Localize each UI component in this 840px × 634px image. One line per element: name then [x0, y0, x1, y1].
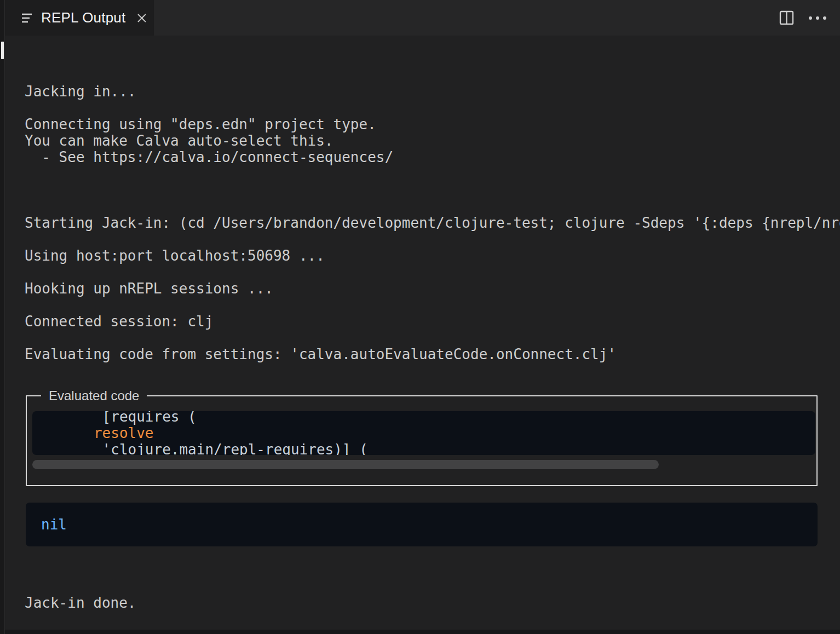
- output-line: Jacking in...: [25, 83, 840, 100]
- code-token: 'clojure.main/repl-requires)] (: [94, 441, 368, 455]
- tab-repl-output[interactable]: REPL Output: [5, 0, 154, 36]
- code-token: [requires (: [94, 411, 197, 425]
- jack-in-done-line: Jack-in done.: [25, 595, 136, 611]
- scrollbar-thumb[interactable]: [32, 460, 659, 469]
- output-icon: [21, 12, 34, 24]
- evaluated-code-block: ( when-let [requires ( resolve 'clojure.…: [32, 411, 815, 455]
- editor-actions: [779, 0, 827, 36]
- output-line: Connecting using "deps.edn" project type…: [25, 116, 840, 132]
- result-box: nil: [26, 503, 818, 546]
- output-line: You can make Calva auto-select this.: [25, 132, 840, 149]
- output-line: Hooking up nREPL sessions ...: [25, 280, 840, 297]
- output-line: Evaluating code from settings: 'calva.au…: [25, 346, 840, 362]
- output-line: - See https://calva.io/connect-sequences…: [25, 149, 840, 165]
- evaluated-code-fieldset: Evaluated code ( when-let [requires ( re…: [26, 388, 818, 486]
- more-actions-icon[interactable]: [808, 16, 827, 20]
- left-edge-glyph: [1, 42, 4, 59]
- output-line: Starting Jack-in: (cd /Users/brandon/dev…: [25, 215, 840, 231]
- output-line: Using host:port localhost:50698 ...: [25, 247, 840, 264]
- output-line: Connected session: clj: [25, 313, 840, 330]
- code-token: resolve: [94, 425, 154, 441]
- tab-title: REPL Output: [41, 9, 125, 26]
- output-area: Jacking in... Connecting using "deps.edn…: [25, 83, 840, 362]
- code-line: ( when-let [requires ( resolve 'clojure.…: [32, 411, 368, 455]
- horizontal-scrollbar[interactable]: [32, 460, 812, 469]
- evaluated-code-legend: Evaluated code: [41, 388, 147, 404]
- close-icon[interactable]: [134, 10, 149, 26]
- result-value: nil: [26, 516, 67, 533]
- split-editor-icon[interactable]: [779, 10, 794, 25]
- bottom-edge-strip: [5, 630, 840, 634]
- left-edge-strip: [0, 0, 5, 634]
- tab-bar: REPL Output: [5, 0, 840, 36]
